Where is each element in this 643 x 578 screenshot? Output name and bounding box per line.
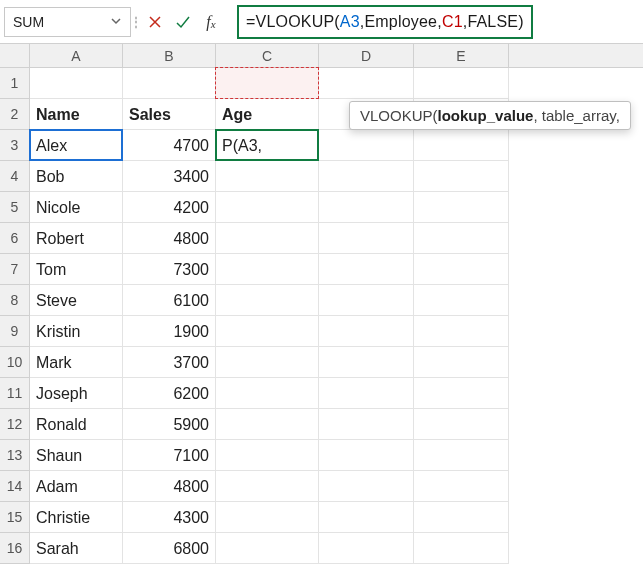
cell[interactable] [319,254,414,285]
cell[interactable] [414,409,509,440]
cell[interactable] [414,378,509,409]
cell[interactable] [216,440,319,471]
function-tooltip[interactable]: VLOOKUP(lookup_value, table_array, [349,101,631,130]
cell[interactable]: Christie [30,502,123,533]
cell[interactable] [414,223,509,254]
cell[interactable]: Joseph [30,378,123,409]
cell[interactable] [414,68,509,99]
cell[interactable] [414,502,509,533]
cell[interactable] [123,68,216,99]
cell[interactable]: Age [216,99,319,130]
cell[interactable] [414,347,509,378]
cell[interactable] [216,533,319,564]
row-header[interactable]: 12 [0,409,29,440]
cell[interactable]: 3700 [123,347,216,378]
cancel-button[interactable] [141,7,169,37]
row-header[interactable]: 3 [0,130,29,161]
cell[interactable]: Shaun [30,440,123,471]
chevron-down-icon[interactable] [110,14,122,30]
cell[interactable] [319,440,414,471]
cell[interactable]: 7300 [123,254,216,285]
cell[interactable]: Sarah [30,533,123,564]
cell[interactable] [414,471,509,502]
cell[interactable] [216,223,319,254]
cell[interactable] [319,223,414,254]
cell[interactable]: Sales [123,99,216,130]
row-header[interactable]: 2 [0,99,29,130]
row-header[interactable]: 1 [0,68,29,99]
cell[interactable] [319,161,414,192]
cell[interactable] [414,316,509,347]
cell[interactable]: 4300 [123,502,216,533]
row-header[interactable]: 4 [0,161,29,192]
cell[interactable] [414,161,509,192]
row-header[interactable]: 13 [0,440,29,471]
cell[interactable]: 3400 [123,161,216,192]
enter-button[interactable] [169,7,197,37]
cell[interactable] [319,316,414,347]
row-header[interactable]: 5 [0,192,29,223]
cell[interactable]: 6200 [123,378,216,409]
name-box[interactable]: SUM [4,7,131,37]
cell[interactable] [216,378,319,409]
cell[interactable]: 7100 [123,440,216,471]
cell[interactable]: P(A3, [216,130,319,161]
cell[interactable] [414,254,509,285]
select-all-corner[interactable] [0,44,30,68]
formula-input[interactable]: =VLOOKUP(A3,Employee,C1,FALSE) [237,5,533,39]
cell[interactable]: Name [30,99,123,130]
cell[interactable]: Alex [30,130,123,161]
row-header[interactable]: 10 [0,347,29,378]
row-header[interactable]: 7 [0,254,29,285]
column-header[interactable]: C [216,44,319,67]
cell[interactable] [319,378,414,409]
cell[interactable] [319,533,414,564]
cell[interactable] [414,533,509,564]
cell[interactable]: Kristin [30,316,123,347]
cell[interactable]: Robert [30,223,123,254]
cell[interactable] [216,192,319,223]
cell[interactable] [216,409,319,440]
cell[interactable]: Adam [30,471,123,502]
cell[interactable] [414,285,509,316]
row-header[interactable]: 11 [0,378,29,409]
cell[interactable] [319,68,414,99]
cell[interactable]: 1900 [123,316,216,347]
cell[interactable] [319,502,414,533]
cell[interactable]: 4800 [123,223,216,254]
cell[interactable] [216,254,319,285]
cell[interactable]: Nicole [30,192,123,223]
cell[interactable]: Tom [30,254,123,285]
cell[interactable] [319,285,414,316]
cell[interactable]: 4800 [123,471,216,502]
spreadsheet-grid[interactable]: ABCDE 12345678910111213141516 NameSalesA… [0,44,643,578]
cell[interactable]: Steve [30,285,123,316]
cell[interactable]: 4700 [123,130,216,161]
row-header[interactable]: 14 [0,471,29,502]
cell[interactable] [216,471,319,502]
row-header[interactable]: 15 [0,502,29,533]
cell[interactable] [216,316,319,347]
column-header[interactable]: B [123,44,216,67]
column-header[interactable]: E [414,44,509,67]
cell[interactable] [216,68,319,99]
cell[interactable] [30,68,123,99]
cell[interactable] [319,192,414,223]
row-header[interactable]: 9 [0,316,29,347]
cell[interactable] [414,130,509,161]
cell[interactable]: Bob [30,161,123,192]
row-header[interactable]: 8 [0,285,29,316]
cell[interactable] [216,502,319,533]
cell[interactable] [216,347,319,378]
cell[interactable]: Mark [30,347,123,378]
cell[interactable] [319,471,414,502]
cell[interactable] [319,347,414,378]
cell[interactable]: 5900 [123,409,216,440]
cell[interactable]: 6100 [123,285,216,316]
cell[interactable]: 4200 [123,192,216,223]
column-header[interactable] [509,44,643,67]
cell[interactable] [414,440,509,471]
cell[interactable] [414,192,509,223]
row-header[interactable]: 16 [0,533,29,564]
cell[interactable]: 6800 [123,533,216,564]
